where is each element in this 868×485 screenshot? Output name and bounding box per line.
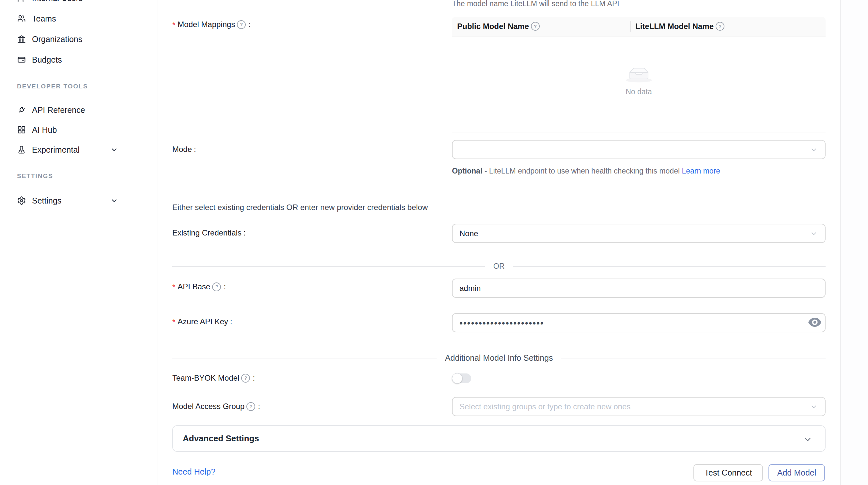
sidebar-section-developer-tools: DEVELOPER TOOLS — [17, 83, 88, 90]
no-data-text: No data — [452, 88, 826, 96]
chevron-down-icon — [811, 403, 817, 410]
credentials-note: Either select existing credentials OR en… — [172, 201, 428, 214]
column-divider — [630, 21, 631, 32]
api-base-value: admin — [460, 284, 480, 293]
advanced-settings-panel[interactable]: Advanced Settings — [172, 425, 826, 452]
table-empty-body: No data — [452, 36, 826, 132]
learn-more-link[interactable]: Learn more — [682, 167, 720, 175]
mode-label: Mode : — [172, 143, 196, 156]
table-header: Public Model Name ? LiteLLM Model Name ? — [452, 17, 826, 36]
chevron-down-icon — [110, 197, 118, 204]
help-icon[interactable]: ? — [237, 20, 246, 29]
model-access-group-label: Model Access Group ? : — [172, 400, 260, 413]
api-base-input[interactable]: admin — [452, 279, 826, 298]
sidebar-item-label: Internal Users — [32, 0, 83, 3]
sidebar-section-settings: SETTINGS — [17, 172, 53, 180]
test-connect-button[interactable]: Test Connect — [693, 464, 763, 481]
model-access-group-select[interactable]: Select existing groups or type to create… — [452, 397, 826, 416]
sidebar-item-label: Experimental — [32, 145, 80, 155]
chevron-down-icon — [811, 230, 817, 237]
help-icon[interactable]: ? — [241, 374, 250, 383]
sidebar-item-internal-users[interactable]: Internal Users — [0, 0, 158, 5]
sidebar-item-api-reference[interactable]: API Reference — [0, 103, 158, 117]
azure-api-key-input[interactable]: •••••••••••••••••••••• — [452, 313, 826, 332]
sidebar-item-label: Organizations — [32, 35, 82, 44]
help-icon[interactable]: ? — [212, 283, 221, 291]
azure-api-key-label: * Azure API Key : — [172, 315, 232, 328]
toggle-knob — [452, 373, 462, 384]
existing-credentials-label: Existing Credentials : — [172, 226, 246, 239]
required-asterisk: * — [172, 283, 175, 292]
user-icon — [17, 0, 26, 3]
credit-card-icon — [17, 55, 26, 64]
additional-info-divider: Additional Model Info Settings — [172, 353, 826, 363]
model-name-helper-text: The model name LiteLLM will send to the … — [452, 0, 619, 8]
plug-icon — [17, 105, 26, 115]
chevron-down-icon — [110, 146, 118, 154]
bank-icon — [17, 35, 26, 44]
table-header-litellm-model-name: LiteLLM Model Name ? — [630, 22, 826, 31]
users-icon — [17, 14, 26, 23]
chevron-down-icon — [811, 147, 817, 153]
content-right-border — [840, 0, 841, 485]
chevron-down-icon — [803, 435, 812, 444]
masked-password: •••••••••••••••••••••• — [460, 318, 544, 328]
empty-inbox-icon — [625, 63, 653, 83]
sidebar-item-label: AI Hub — [32, 125, 57, 135]
advanced-settings-title: Advanced Settings — [183, 433, 259, 444]
api-base-label: * API Base ? : — [172, 280, 226, 293]
sidebar-item-label: Settings — [32, 196, 61, 205]
team-byok-toggle[interactable] — [452, 374, 471, 383]
help-icon[interactable]: ? — [531, 22, 540, 31]
sidebar-item-settings[interactable]: Settings — [0, 194, 158, 207]
model-mappings-table: Public Model Name ? LiteLLM Model Name ?… — [452, 17, 826, 132]
gear-icon — [17, 196, 26, 205]
mode-helper-text: Optional - LiteLLM endpoint to use when … — [452, 165, 733, 177]
right-margin — [841, 0, 868, 485]
select-placeholder: Select existing groups or type to create… — [460, 402, 630, 411]
or-divider: OR — [172, 262, 826, 271]
grid-icon — [17, 125, 26, 134]
sidebar-item-label: API Reference — [32, 105, 85, 115]
existing-credentials-select[interactable]: None — [452, 224, 826, 243]
selected-value: None — [460, 229, 478, 238]
model-mappings-label: * Model Mappings ? : — [172, 18, 251, 31]
team-byok-label: Team-BYOK Model ? : — [172, 371, 255, 385]
help-icon[interactable]: ? — [716, 22, 724, 31]
sidebar-item-experimental[interactable]: Experimental — [0, 143, 158, 156]
required-asterisk: * — [172, 318, 175, 327]
eye-icon[interactable] — [808, 317, 822, 328]
sidebar-item-teams[interactable]: Teams — [0, 12, 158, 25]
help-icon[interactable]: ? — [246, 402, 255, 411]
sidebar-item-organizations[interactable]: Organizations — [0, 33, 158, 46]
sidebar-item-ai-hub[interactable]: AI Hub — [0, 123, 158, 136]
required-asterisk: * — [172, 21, 175, 30]
add-model-button[interactable]: Add Model — [769, 464, 825, 481]
sidebar-item-budgets[interactable]: Budgets — [0, 53, 158, 66]
sidebar: Internal Users Teams Organizations Budge… — [0, 0, 158, 485]
sidebar-item-label: Budgets — [32, 55, 62, 65]
mode-select[interactable] — [452, 140, 826, 159]
flask-icon — [17, 145, 26, 154]
need-help-link[interactable]: Need Help? — [172, 467, 215, 477]
sidebar-item-label: Teams — [32, 14, 56, 24]
table-header-public-model-name: Public Model Name ? — [452, 22, 630, 31]
